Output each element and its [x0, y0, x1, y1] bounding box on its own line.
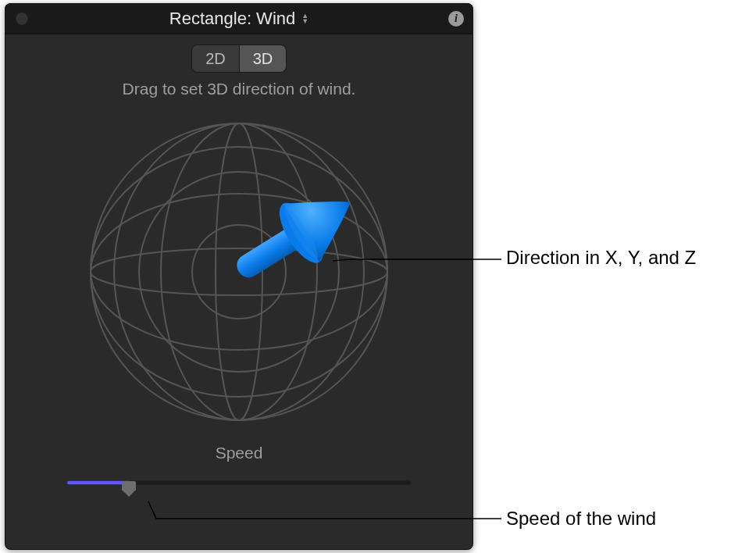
- hud-panel: Rectangle: Wind ▲▼ i 2D 3D Drag to set 3…: [5, 3, 473, 550]
- title-popup-button[interactable]: Rectangle: Wind ▲▼: [169, 9, 308, 29]
- dimension-segmented-control[interactable]: 2D 3D: [192, 45, 286, 72]
- callout-speed: Speed of the wind: [506, 508, 656, 530]
- slider-fill: [67, 481, 129, 485]
- speed-label: Speed: [216, 444, 263, 462]
- title-bar: Rectangle: Wind ▲▼ i: [5, 3, 473, 34]
- info-icon[interactable]: i: [448, 11, 464, 27]
- segment-3d[interactable]: 3D: [239, 45, 286, 72]
- slider-track: [67, 481, 411, 485]
- chevron-up-down-icon: ▲▼: [301, 13, 308, 24]
- panel-body: 2D 3D Drag to set 3D direction of wind.: [5, 34, 473, 511]
- window-close-button[interactable]: [16, 12, 28, 25]
- callout-direction: Direction in X, Y, and Z: [506, 247, 696, 269]
- segment-2d[interactable]: 2D: [192, 45, 239, 72]
- arrow-icon: [221, 173, 369, 301]
- panel-title: Rectangle: Wind: [169, 9, 295, 29]
- speed-slider[interactable]: [67, 473, 411, 492]
- instruction-text: Drag to set 3D direction of wind.: [123, 80, 356, 98]
- direction-dial[interactable]: [83, 116, 395, 428]
- dial-grid-icon: [83, 116, 395, 428]
